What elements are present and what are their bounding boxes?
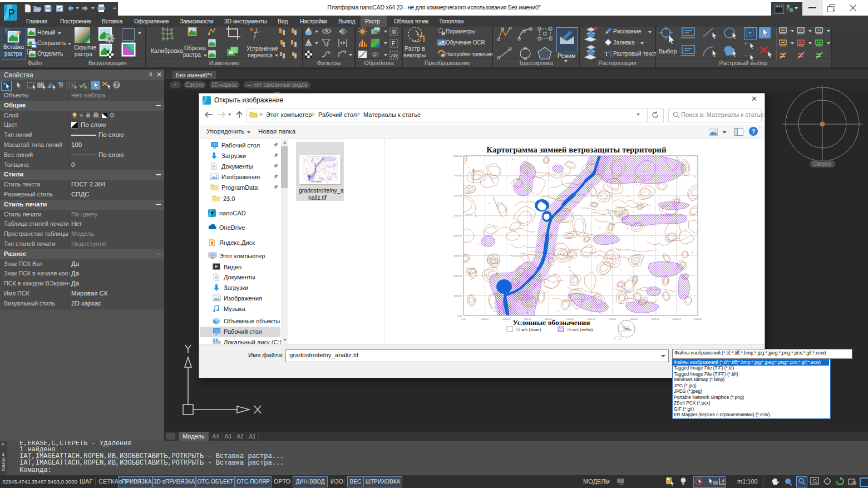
- svg-text:5000.00: 5000.00: [453, 214, 462, 217]
- svg-text:2000.00: 2000.00: [502, 318, 510, 321]
- svg-text:7000.00: 7000.00: [609, 318, 617, 321]
- svg-text:10000.00: 10000.00: [672, 318, 681, 321]
- svg-text:Картограмма зимней ветрозащиты: Картограмма зимней ветрозащиты территори…: [486, 145, 667, 154]
- svg-text:8000.00: 8000.00: [453, 155, 462, 157]
- svg-text:<5 м/с (благ): <5 м/с (благ): [515, 327, 541, 332]
- svg-text:>5 м/с (небл): >5 м/с (небл): [566, 327, 593, 332]
- svg-text:9000.00: 9000.00: [652, 318, 659, 321]
- svg-text:Ab: Ab: [391, 53, 397, 58]
- svg-text:8000.00: 8000.00: [630, 318, 638, 321]
- svg-text:2000.00: 2000.00: [453, 274, 462, 277]
- svg-text:aB: aB: [438, 40, 445, 46]
- svg-text:7000.00: 7000.00: [453, 174, 462, 177]
- svg-text:11000.00: 11000.00: [693, 318, 702, 321]
- svg-text:Сверху: Сверху: [813, 161, 831, 167]
- svg-text:1000.00: 1000.00: [453, 294, 462, 297]
- svg-text:6000.00: 6000.00: [453, 194, 462, 197]
- svg-text:0.00: 0.00: [457, 314, 462, 317]
- svg-text:T: T: [604, 50, 609, 57]
- svg-text:1000.00: 1000.00: [481, 318, 489, 321]
- svg-text:3000.00: 3000.00: [453, 254, 462, 257]
- svg-text:Условные обозначения: Условные обозначения: [512, 318, 590, 327]
- svg-text:0.00: 0.00: [461, 318, 465, 321]
- svg-text:4000.00: 4000.00: [453, 234, 462, 237]
- svg-text:F: F: [392, 41, 395, 47]
- svg-text:✳: ✳: [79, 112, 83, 119]
